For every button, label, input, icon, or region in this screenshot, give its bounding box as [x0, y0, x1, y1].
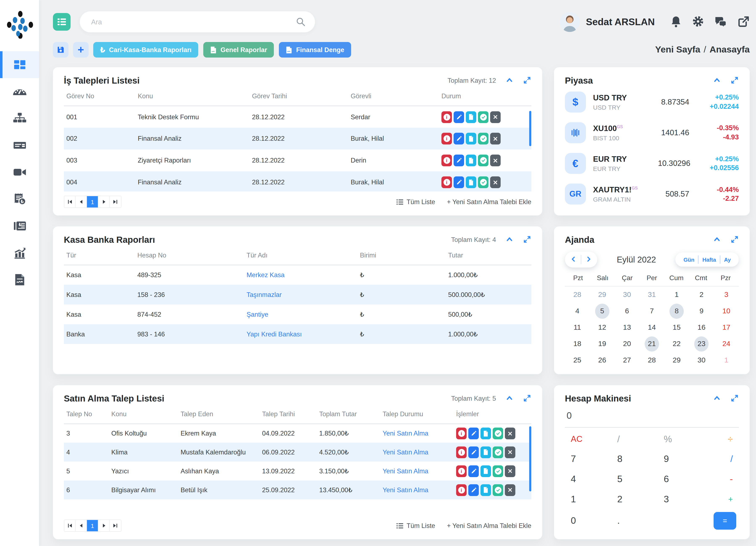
calc-key-AC[interactable]: AC	[567, 433, 586, 446]
calc-key-7[interactable]: 7	[567, 452, 579, 466]
calc-key-=[interactable]: =	[714, 512, 736, 530]
delete-button[interactable]	[505, 428, 515, 439]
search-input[interactable]	[80, 11, 315, 32]
edit-button[interactable]	[468, 484, 479, 496]
table-row[interactable]: Kasa874-452Şantiye₺500,00₺	[64, 305, 531, 324]
calendar-day[interactable]: 20	[615, 336, 639, 351]
page-number-button[interactable]: 1	[87, 196, 98, 207]
info-button[interactable]: i	[441, 133, 452, 144]
next-page-button[interactable]	[98, 520, 110, 531]
calendar-day[interactable]: 6	[615, 303, 639, 319]
calendar-day[interactable]: 16	[689, 320, 714, 335]
view-month-button[interactable]: Ay	[720, 256, 735, 263]
breadcrumb-home[interactable]: Anasayfa	[710, 45, 750, 55]
sidebar-item-cheque[interactable]	[0, 132, 39, 159]
calc-key-1[interactable]: 1	[567, 492, 579, 506]
sidebar-item-video[interactable]	[0, 159, 39, 186]
talep-durumu-link[interactable]: Yeni Satın Alma	[383, 486, 428, 493]
tur-adi-link[interactable]: Merkez Kasa	[247, 271, 285, 278]
calendar-day[interactable]: 15	[664, 320, 689, 335]
file-button[interactable]	[480, 484, 491, 496]
edit-button[interactable]	[468, 446, 479, 458]
talep-durumu-link[interactable]: Yeni Satın Alma	[383, 467, 428, 474]
calendar-day[interactable]: 1	[664, 287, 689, 302]
file-button[interactable]	[480, 446, 491, 458]
prev-month-button[interactable]	[567, 253, 581, 266]
sidebar-item-reports[interactable]	[0, 239, 39, 266]
delete-button[interactable]	[490, 111, 501, 123]
approve-button[interactable]	[493, 446, 503, 458]
calc-key--[interactable]: -	[726, 472, 736, 486]
info-button[interactable]: i	[441, 176, 452, 188]
calendar-day[interactable]: 29	[590, 287, 614, 302]
add-purchase-request-button[interactable]: + Yeni Satın Alma Talebi Ekle	[447, 522, 531, 529]
delete-button[interactable]	[490, 176, 501, 188]
calc-key-0[interactable]: 0	[567, 514, 579, 528]
approve-button[interactable]	[478, 155, 488, 166]
calendar-day[interactable]: 3	[714, 287, 739, 302]
all-list-button[interactable]: Tüm Liste	[396, 198, 435, 206]
market-item[interactable]: GRXAUTRY1!GSGRAM ALTIN508.57-0.44%-2.27	[565, 184, 739, 205]
collapse-button[interactable]	[505, 235, 514, 244]
market-item[interactable]: XU100GSBIST 1001401.46-0.35%-4.93	[565, 122, 739, 143]
genel-raporlar-button[interactable]: Genel Raporlar	[203, 42, 274, 58]
file-button[interactable]	[466, 155, 476, 166]
expand-button[interactable]	[523, 394, 531, 403]
table-row[interactable]: Banka983 - 146Yapı Kredi Bankası₺1.000,0…	[64, 324, 531, 344]
edit-button[interactable]	[454, 176, 464, 188]
cari-kasa-banka-button[interactable]: ₺ Cari-Kasa-Banka Raporları	[93, 42, 198, 58]
share-button[interactable]	[738, 16, 750, 28]
calendar-day[interactable]: 18	[565, 336, 590, 351]
approve-button[interactable]	[493, 484, 503, 496]
approve-button[interactable]	[493, 465, 503, 477]
expand-button[interactable]	[730, 394, 739, 403]
delete-button[interactable]	[505, 484, 515, 496]
file-button[interactable]	[466, 176, 476, 188]
table-row[interactable]: 3Ofis KoltuğuEkrem Kaya04.09.20221.850,0…	[64, 424, 531, 443]
info-button[interactable]: i	[456, 446, 467, 458]
sidebar-item-gauge[interactable]	[0, 78, 39, 105]
file-button[interactable]	[480, 428, 491, 439]
approve-button[interactable]	[478, 176, 488, 188]
talep-durumu-link[interactable]: Yeni Satın Alma	[383, 430, 428, 437]
calendar-day[interactable]: 28	[639, 353, 664, 368]
table-scrollbar[interactable]	[529, 111, 531, 146]
tur-adi-link[interactable]: Yapı Kredi Bankası	[247, 330, 302, 337]
info-button[interactable]: i	[456, 465, 467, 477]
calendar-day[interactable]: 30	[615, 287, 639, 302]
prev-page-button[interactable]	[76, 196, 87, 207]
market-item[interactable]: $USD TRYUSD TRY8.87354+0.25%+0.02244	[565, 91, 739, 112]
avatar[interactable]	[560, 12, 580, 32]
last-page-button[interactable]	[110, 196, 121, 207]
table-row[interactable]: 003Ziyaretçi Raporları28.12.2022Derini	[64, 150, 531, 171]
notifications-button[interactable]	[670, 16, 682, 28]
table-row[interactable]: 001Teknik Destek Formu28.12.2022Serdari	[64, 106, 531, 128]
calendar-day[interactable]: 30	[689, 353, 714, 368]
table-row[interactable]: 4KlimaMustafa Kalemdaroğlu06.09.20224.52…	[64, 443, 531, 462]
prev-page-button[interactable]	[76, 520, 87, 531]
edit-button[interactable]	[454, 133, 464, 144]
expand-button[interactable]	[523, 235, 531, 244]
calc-key-9[interactable]: 9	[660, 452, 672, 466]
file-button[interactable]	[466, 133, 476, 144]
collapse-button[interactable]	[713, 76, 721, 85]
table-row[interactable]: 5YazıcıAslıhan Kaya13.09.20223.150,00₺Ye…	[64, 462, 531, 480]
calc-key-÷[interactable]: ÷	[725, 432, 736, 446]
edit-button[interactable]	[454, 155, 464, 166]
approve-button[interactable]	[478, 111, 488, 123]
approve-button[interactable]	[478, 133, 488, 144]
calc-key-5[interactable]: 5	[614, 472, 626, 486]
info-button[interactable]: i	[441, 155, 452, 166]
collapse-button[interactable]	[505, 76, 514, 85]
calc-key-/[interactable]: /	[727, 452, 736, 466]
calc-key-4[interactable]: 4	[567, 472, 579, 486]
calendar-day[interactable]: 26	[590, 353, 614, 368]
next-month-button[interactable]	[581, 253, 596, 266]
all-list-button[interactable]: Tüm Liste	[396, 522, 435, 529]
calc-key-+[interactable]: +	[725, 493, 736, 505]
calendar-day[interactable]: 27	[615, 353, 639, 368]
table-row[interactable]: 002Finansal Analiz28.12.2022Burak, Hilal…	[64, 128, 531, 150]
calendar-day[interactable]: 31	[639, 287, 664, 302]
add-purchase-request-button[interactable]: + Yeni Satın Alma Talebi Ekle	[447, 198, 531, 206]
tur-adi-link[interactable]: Şantiye	[247, 311, 268, 318]
